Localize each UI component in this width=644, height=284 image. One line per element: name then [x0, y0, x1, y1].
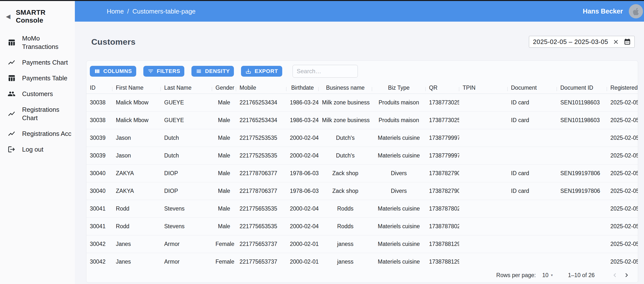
- table-cell: Malick Mbow: [112, 117, 161, 124]
- rows-per-page-label: Rows per page:: [496, 272, 536, 278]
- sidebar-item-label: MoMo Transactions: [22, 34, 75, 51]
- table-cell: Armor: [161, 258, 212, 265]
- table-row[interactable]: 30041RoddStevensMale2217756535352000-02-…: [86, 218, 638, 235]
- table-cell: Dutch's: [318, 152, 372, 159]
- window-top-edge: [0, 0, 644, 1]
- logout-icon: [7, 145, 16, 154]
- table-row[interactable]: 30039JasonDutchMale2217752535352000-02-0…: [86, 129, 638, 147]
- table-cell: Rodd: [112, 223, 161, 230]
- sidebar-item-label: Payments Table: [22, 74, 68, 82]
- table-cell: 30042: [86, 258, 112, 265]
- table-row[interactable]: 30042JanesArmorFemale2217756537372000-02…: [86, 235, 638, 253]
- table-cell: ZAKYA: [112, 188, 161, 194]
- table-cell: 2025-02-05T19: [607, 188, 638, 194]
- table-cell: Male: [212, 135, 236, 141]
- table-cell: Materiels cuisine: [372, 241, 426, 247]
- table-cell: Dutch: [161, 152, 212, 159]
- table-cell: janess: [318, 241, 372, 247]
- table-cell: 2000-02-01: [286, 241, 318, 247]
- app-title: SMARTR Console: [16, 9, 75, 24]
- line-chart-icon: [7, 129, 16, 138]
- sidebar-item-registrations-acc[interactable]: Registrations Acc: [0, 126, 75, 142]
- data-grid: ID First Name Last Name Gender Mobile Bi…: [86, 82, 638, 271]
- user-area: Hans Becker: [583, 4, 644, 19]
- table-row[interactable]: 30041RoddStevensMale2217756535352000-02-…: [86, 200, 638, 218]
- view-columns-icon: [94, 68, 100, 74]
- table-chart-icon: [7, 38, 16, 47]
- table-cell: Materiels cuisine: [372, 258, 426, 265]
- calendar-icon[interactable]: [624, 38, 631, 46]
- column-header-business-name[interactable]: Business name: [318, 85, 372, 91]
- table-cell: 221775653737: [236, 241, 286, 247]
- table-row[interactable]: 30040ZAKYADIOPMale2217787063771978-06-03…: [86, 182, 638, 200]
- sidebar-item-label: Payments Chart: [22, 58, 68, 67]
- density-button[interactable]: DENSITY: [192, 66, 234, 77]
- table-cell: 30038: [86, 99, 112, 106]
- rows-per-page-select[interactable]: 10 ▾: [542, 272, 553, 278]
- sidebar-item-log-out[interactable]: Log out: [0, 142, 75, 157]
- table-row[interactable]: 30039JasonDutchMale2217752535352000-02-0…: [86, 147, 638, 165]
- date-range-picker[interactable]: 2025-02-05 – 2025-03-05: [529, 36, 635, 48]
- table-row[interactable]: 30038Malick MbowGUEYEMale221765253434198…: [86, 112, 638, 129]
- sidebar-item-customers[interactable]: Customers: [0, 86, 75, 102]
- column-header-mobile[interactable]: Mobile: [236, 85, 286, 91]
- sidebar-item-payments-table[interactable]: Payments Table: [0, 70, 75, 86]
- column-header-gender[interactable]: Gender: [212, 85, 236, 91]
- density-lines-icon: [196, 68, 202, 74]
- table-cell: 221778706377: [236, 188, 286, 194]
- table-row[interactable]: 30040ZAKYADIOPMale2217787063771978-06-03…: [86, 165, 638, 182]
- page-title: Customers: [91, 37, 136, 47]
- table-cell: Materiels cuisine: [372, 223, 426, 230]
- table-cell: ID card: [508, 188, 557, 194]
- table-cell: 1738782790: [426, 170, 459, 177]
- clear-date-icon[interactable]: [612, 39, 619, 45]
- table-cell: 2000-02-04: [286, 135, 318, 141]
- column-header-birthdate[interactable]: Birthdate: [286, 85, 318, 91]
- sidebar-item-payments-chart[interactable]: Payments Chart: [0, 55, 75, 70]
- export-button[interactable]: EXPORT: [241, 66, 282, 77]
- table-cell: Janes: [112, 258, 161, 265]
- pagination-range: 1–10 of 26: [568, 272, 595, 278]
- column-header-last-name[interactable]: Last Name: [161, 85, 212, 91]
- next-page-button[interactable]: [621, 269, 632, 281]
- columns-button[interactable]: COLUMNS: [90, 66, 136, 77]
- table-cell: Male: [212, 223, 236, 230]
- table-footer: Rows per page: 10 ▾ 1–10 of 26: [86, 268, 638, 282]
- sidebar-item-registrations-chart[interactable]: Registrations Chart: [0, 102, 75, 126]
- column-header-document[interactable]: Document: [508, 85, 557, 91]
- filters-button[interactable]: FILTERS: [143, 66, 184, 77]
- table-cell: Rodds: [318, 205, 372, 212]
- table-cell: 1978-06-03: [286, 170, 318, 177]
- table-cell: 2025-02-05T16: [607, 99, 638, 106]
- column-header-qr[interactable]: QR: [426, 85, 459, 91]
- table-cell: Male: [212, 152, 236, 159]
- column-header-tpin[interactable]: TPIN: [459, 85, 508, 91]
- table-cell: Male: [212, 117, 236, 124]
- column-header-document-id[interactable]: Document ID: [557, 85, 607, 91]
- collapse-sidebar-icon[interactable]: ◀: [6, 14, 10, 20]
- table-cell: 1738773025: [426, 117, 459, 124]
- table-cell: ID card: [508, 117, 557, 124]
- table-cell: Jason: [112, 135, 161, 141]
- user-avatar[interactable]: [629, 4, 643, 19]
- search-input[interactable]: [292, 65, 358, 78]
- table-row[interactable]: 30038Malick MbowGUEYEMale221765253434198…: [86, 94, 638, 112]
- table-cell: 30041: [86, 205, 112, 212]
- breadcrumb-separator: /: [127, 8, 129, 15]
- table-cell: Dutch's: [318, 135, 372, 141]
- column-header-registered[interactable]: Registered: [607, 85, 638, 91]
- previous-page-button[interactable]: [609, 269, 621, 281]
- table-cell: 1738773025: [426, 99, 459, 106]
- table-cell: Armor: [161, 241, 212, 247]
- breadcrumb-home-link[interactable]: Home: [107, 8, 124, 15]
- line-chart-icon: [7, 58, 16, 67]
- sidebar-item-label: Customers: [22, 90, 53, 98]
- table-cell: 2000-02-04: [286, 205, 318, 212]
- filter-list-icon: [148, 68, 154, 74]
- column-header-biz-type[interactable]: Biz Type: [372, 85, 426, 91]
- download-icon: [245, 68, 252, 74]
- column-header-first-name[interactable]: First Name: [112, 85, 161, 91]
- column-header-id[interactable]: ID: [86, 85, 112, 91]
- sidebar-item-momo-transactions[interactable]: MoMo Transactions: [0, 31, 75, 55]
- table-cell: Rodds: [318, 223, 372, 230]
